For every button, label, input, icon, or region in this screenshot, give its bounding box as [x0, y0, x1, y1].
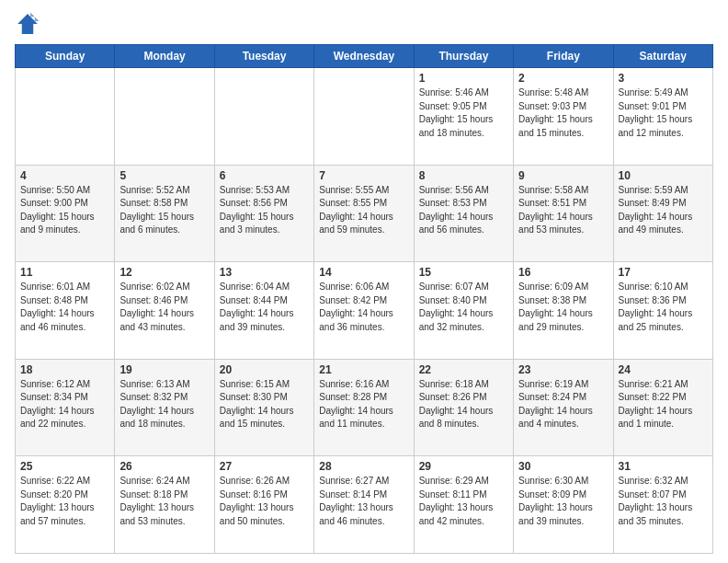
day-number: 17: [619, 266, 708, 279]
day-number: 7: [319, 169, 408, 182]
calendar-header-saturday: Saturday: [613, 45, 712, 68]
day-info: Sunrise: 5:53 AM Sunset: 8:56 PM Dayligh…: [220, 184, 309, 237]
calendar-cell: 11Sunrise: 6:01 AM Sunset: 8:48 PM Dayli…: [16, 262, 115, 360]
calendar-cell: 23Sunrise: 6:19 AM Sunset: 8:24 PM Dayli…: [514, 359, 613, 456]
svg-marker-0: [17, 14, 38, 34]
calendar-cell: [16, 68, 115, 166]
calendar-header-row: SundayMondayTuesdayWednesdayThursdayFrid…: [16, 45, 713, 68]
day-info: Sunrise: 6:16 AM Sunset: 8:28 PM Dayligh…: [319, 378, 408, 431]
day-info: Sunrise: 6:30 AM Sunset: 8:09 PM Dayligh…: [518, 475, 608, 528]
day-info: Sunrise: 5:58 AM Sunset: 8:51 PM Dayligh…: [518, 184, 608, 237]
day-number: 21: [319, 363, 408, 376]
day-number: 8: [419, 169, 508, 182]
day-info: Sunrise: 6:18 AM Sunset: 8:26 PM Dayligh…: [419, 378, 508, 431]
calendar-cell: 5Sunrise: 5:52 AM Sunset: 8:58 PM Daylig…: [115, 165, 214, 262]
day-info: Sunrise: 6:06 AM Sunset: 8:42 PM Dayligh…: [319, 281, 408, 334]
calendar-cell: [115, 68, 214, 166]
calendar-table: SundayMondayTuesdayWednesdayThursdayFrid…: [15, 44, 713, 554]
day-info: Sunrise: 6:24 AM Sunset: 8:18 PM Dayligh…: [119, 475, 209, 528]
calendar-cell: 22Sunrise: 6:18 AM Sunset: 8:26 PM Dayli…: [414, 359, 513, 456]
day-info: Sunrise: 5:56 AM Sunset: 8:53 PM Dayligh…: [419, 184, 508, 237]
calendar-cell: 4Sunrise: 5:50 AM Sunset: 9:00 PM Daylig…: [16, 165, 115, 262]
day-info: Sunrise: 6:27 AM Sunset: 8:14 PM Dayligh…: [319, 475, 408, 528]
calendar-cell: 25Sunrise: 6:22 AM Sunset: 8:20 PM Dayli…: [16, 456, 115, 554]
calendar-cell: [214, 68, 313, 166]
calendar-cell: 20Sunrise: 6:15 AM Sunset: 8:30 PM Dayli…: [214, 359, 313, 456]
day-info: Sunrise: 6:02 AM Sunset: 8:46 PM Dayligh…: [119, 281, 209, 334]
day-number: 23: [518, 363, 608, 376]
day-info: Sunrise: 6:19 AM Sunset: 8:24 PM Dayligh…: [518, 378, 608, 431]
calendar-cell: 30Sunrise: 6:30 AM Sunset: 8:09 PM Dayli…: [514, 456, 613, 554]
calendar-header-wednesday: Wednesday: [314, 45, 414, 68]
day-info: Sunrise: 5:55 AM Sunset: 8:55 PM Dayligh…: [319, 184, 408, 237]
calendar-cell: 10Sunrise: 5:59 AM Sunset: 8:49 PM Dayli…: [613, 165, 712, 262]
calendar-cell: 16Sunrise: 6:09 AM Sunset: 8:38 PM Dayli…: [514, 262, 613, 360]
day-info: Sunrise: 6:07 AM Sunset: 8:40 PM Dayligh…: [419, 281, 508, 334]
day-info: Sunrise: 5:46 AM Sunset: 9:05 PM Dayligh…: [419, 86, 508, 140]
calendar-cell: 13Sunrise: 6:04 AM Sunset: 8:44 PM Dayli…: [214, 262, 313, 360]
day-number: 2: [518, 72, 608, 85]
day-info: Sunrise: 5:48 AM Sunset: 9:03 PM Dayligh…: [518, 86, 608, 140]
day-number: 19: [119, 363, 209, 376]
day-number: 16: [518, 266, 608, 279]
calendar-header-tuesday: Tuesday: [214, 45, 313, 68]
calendar-cell: 8Sunrise: 5:56 AM Sunset: 8:53 PM Daylig…: [414, 165, 513, 262]
day-info: Sunrise: 6:22 AM Sunset: 8:20 PM Dayligh…: [20, 475, 109, 528]
calendar-cell: 26Sunrise: 6:24 AM Sunset: 8:18 PM Dayli…: [115, 456, 214, 554]
day-number: 24: [619, 363, 708, 376]
calendar-cell: 17Sunrise: 6:10 AM Sunset: 8:36 PM Dayli…: [613, 262, 712, 360]
day-info: Sunrise: 6:09 AM Sunset: 8:38 PM Dayligh…: [518, 281, 608, 334]
day-number: 18: [20, 363, 109, 376]
day-number: 9: [518, 169, 608, 182]
calendar-cell: 7Sunrise: 5:55 AM Sunset: 8:55 PM Daylig…: [314, 165, 414, 262]
day-number: 3: [619, 72, 708, 85]
calendar-cell: 6Sunrise: 5:53 AM Sunset: 8:56 PM Daylig…: [214, 165, 313, 262]
day-number: 5: [119, 169, 209, 182]
calendar-cell: [314, 68, 414, 166]
calendar-week-1: 4Sunrise: 5:50 AM Sunset: 9:00 PM Daylig…: [16, 165, 713, 262]
calendar-cell: 3Sunrise: 5:49 AM Sunset: 9:01 PM Daylig…: [613, 68, 712, 166]
day-number: 31: [619, 460, 708, 473]
calendar-cell: 1Sunrise: 5:46 AM Sunset: 9:05 PM Daylig…: [414, 68, 513, 166]
day-number: 11: [20, 266, 109, 279]
day-info: Sunrise: 6:32 AM Sunset: 8:07 PM Dayligh…: [619, 475, 708, 528]
logo-icon: [15, 11, 40, 37]
day-number: 4: [20, 169, 109, 182]
calendar-cell: 18Sunrise: 6:12 AM Sunset: 8:34 PM Dayli…: [16, 359, 115, 456]
page: SundayMondayTuesdayWednesdayThursdayFrid…: [0, 0, 728, 563]
logo: [15, 11, 44, 37]
calendar-week-3: 18Sunrise: 6:12 AM Sunset: 8:34 PM Dayli…: [16, 359, 713, 456]
calendar-week-0: 1Sunrise: 5:46 AM Sunset: 9:05 PM Daylig…: [16, 68, 713, 166]
day-number: 25: [20, 460, 109, 473]
day-info: Sunrise: 6:01 AM Sunset: 8:48 PM Dayligh…: [20, 281, 109, 334]
calendar-cell: 29Sunrise: 6:29 AM Sunset: 8:11 PM Dayli…: [414, 456, 513, 554]
day-info: Sunrise: 5:49 AM Sunset: 9:01 PM Dayligh…: [619, 86, 708, 140]
calendar-cell: 19Sunrise: 6:13 AM Sunset: 8:32 PM Dayli…: [115, 359, 214, 456]
day-number: 30: [518, 460, 608, 473]
calendar-cell: 14Sunrise: 6:06 AM Sunset: 8:42 PM Dayli…: [314, 262, 414, 360]
calendar-cell: 9Sunrise: 5:58 AM Sunset: 8:51 PM Daylig…: [514, 165, 613, 262]
day-info: Sunrise: 6:13 AM Sunset: 8:32 PM Dayligh…: [119, 378, 209, 431]
day-number: 26: [119, 460, 209, 473]
calendar-cell: 21Sunrise: 6:16 AM Sunset: 8:28 PM Dayli…: [314, 359, 414, 456]
day-number: 22: [419, 363, 508, 376]
calendar-cell: 12Sunrise: 6:02 AM Sunset: 8:46 PM Dayli…: [115, 262, 214, 360]
calendar-header-friday: Friday: [514, 45, 613, 68]
day-number: 14: [319, 266, 408, 279]
calendar-cell: 27Sunrise: 6:26 AM Sunset: 8:16 PM Dayli…: [214, 456, 313, 554]
day-info: Sunrise: 6:15 AM Sunset: 8:30 PM Dayligh…: [220, 378, 309, 431]
day-number: 13: [220, 266, 309, 279]
day-number: 1: [419, 72, 508, 85]
day-number: 15: [419, 266, 508, 279]
calendar-week-4: 25Sunrise: 6:22 AM Sunset: 8:20 PM Dayli…: [16, 456, 713, 554]
header: [15, 11, 713, 37]
day-info: Sunrise: 6:10 AM Sunset: 8:36 PM Dayligh…: [619, 281, 708, 334]
day-info: Sunrise: 6:29 AM Sunset: 8:11 PM Dayligh…: [419, 475, 508, 528]
day-number: 12: [119, 266, 209, 279]
day-number: 20: [220, 363, 309, 376]
calendar-cell: 31Sunrise: 6:32 AM Sunset: 8:07 PM Dayli…: [613, 456, 712, 554]
calendar-week-2: 11Sunrise: 6:01 AM Sunset: 8:48 PM Dayli…: [16, 262, 713, 360]
day-number: 27: [220, 460, 309, 473]
calendar-header-sunday: Sunday: [16, 45, 115, 68]
day-number: 10: [619, 169, 708, 182]
